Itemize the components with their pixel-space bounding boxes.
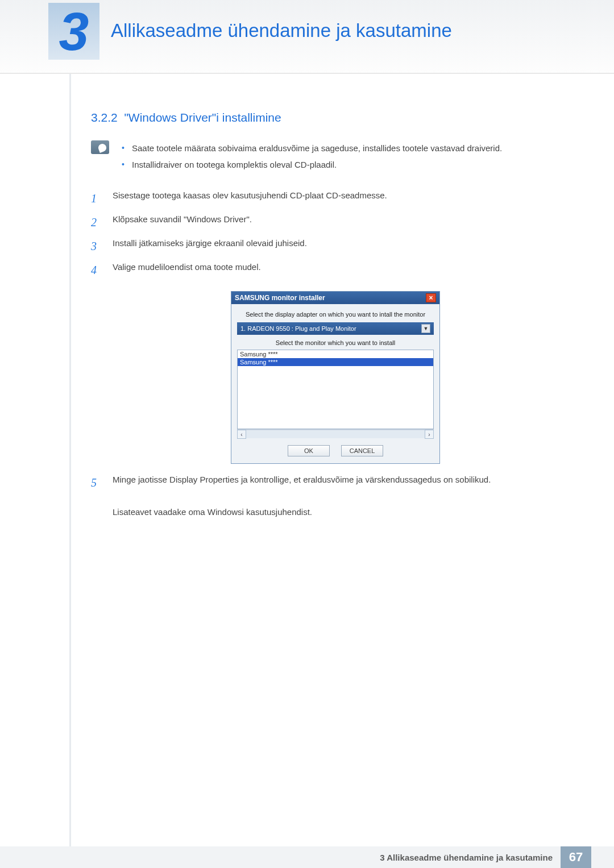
chevron-down-icon[interactable]: ▼ bbox=[421, 324, 430, 333]
step-number: 1 bbox=[91, 188, 102, 209]
step-number: 3 bbox=[91, 235, 102, 257]
step-text: Valige mudeliloendist oma toote mudel. bbox=[113, 259, 580, 281]
step-number: 5 bbox=[91, 472, 102, 521]
chapter-badge: 3 bbox=[48, 3, 99, 60]
adapter-label: Select the display adapter on which you … bbox=[237, 309, 434, 322]
note-bullets: Saate tootele määrata sobivaima eraldusv… bbox=[119, 140, 502, 173]
list-item-selected[interactable]: Samsung **** bbox=[238, 358, 433, 366]
step-text: Minge jaotisse Display Properties ja kon… bbox=[113, 472, 580, 521]
step-text: Sisestage tootega kaasas olev kasutusjuh… bbox=[113, 188, 580, 209]
section-title: "Windows Driver"i installimine bbox=[124, 111, 281, 124]
step-5-line-b: Lisateavet vaadake oma Windowsi kasutusj… bbox=[113, 507, 312, 517]
step-5: 5 Minge jaotisse Display Properties ja k… bbox=[91, 472, 580, 521]
page-footer: 3 Allikaseadme ühendamine ja kasutamine … bbox=[0, 846, 614, 868]
step-2: 2 Klõpsake suvandil "Windows Driver". bbox=[91, 211, 580, 233]
step-4: 4 Valige mudeliloendist oma toote mudel. bbox=[91, 259, 580, 281]
note-item: Saate tootele määrata sobivaima eraldusv… bbox=[119, 140, 502, 157]
note-block: Saate tootele määrata sobivaima eraldusv… bbox=[91, 140, 580, 173]
page-content: 3.2.2 "Windows Driver"i installimine Saa… bbox=[91, 111, 580, 523]
step-1: 1 Sisestage tootega kaasas olev kasutusj… bbox=[91, 188, 580, 209]
adapter-dropdown[interactable]: 1. RADEON 9550 : Plug and Play Monitor ▼ bbox=[237, 322, 434, 335]
footer-chapter-label: 3 Allikaseadme ühendamine ja kasutamine bbox=[372, 846, 561, 868]
section-number: 3.2.2 bbox=[91, 111, 118, 124]
installer-window: SAMSUNG monitor installer × Select the d… bbox=[231, 291, 440, 464]
step-text: Klõpsake suvandil "Windows Driver". bbox=[113, 211, 580, 233]
horizontal-scrollbar[interactable]: ‹ › bbox=[237, 429, 434, 438]
cancel-button[interactable]: CANCEL bbox=[341, 445, 383, 456]
step-list: 1 Sisestage tootega kaasas olev kasutusj… bbox=[91, 188, 580, 281]
page-header: 3 Allikaseadme ühendamine ja kasutamine bbox=[0, 0, 614, 74]
scroll-left-icon[interactable]: ‹ bbox=[237, 430, 246, 439]
monitor-label: Select the monitor which you want to ins… bbox=[237, 338, 434, 350]
scroll-right-icon[interactable]: › bbox=[425, 430, 434, 439]
installer-body: Select the display adapter on which you … bbox=[231, 304, 439, 463]
installer-title-text: SAMSUNG monitor installer bbox=[235, 294, 325, 302]
section-heading: 3.2.2 "Windows Driver"i installimine bbox=[91, 111, 580, 124]
installer-buttons: OK CANCEL bbox=[237, 438, 434, 456]
close-icon[interactable]: × bbox=[426, 293, 436, 302]
chapter-title: Allikaseadme ühendamine ja kasutamine bbox=[111, 20, 452, 41]
vertical-margin-stripe bbox=[69, 74, 71, 846]
note-icon bbox=[91, 140, 109, 154]
step-5-line-a: Minge jaotisse Display Properties ja kon… bbox=[113, 475, 491, 484]
step-list-cont: 5 Minge jaotisse Display Properties ja k… bbox=[91, 472, 580, 521]
step-text: Installi jätkamiseks järgige ekraanil ol… bbox=[113, 235, 580, 257]
step-3: 3 Installi jätkamiseks järgige ekraanil … bbox=[91, 235, 580, 257]
installer-titlebar: SAMSUNG monitor installer × bbox=[231, 292, 439, 304]
ok-button[interactable]: OK bbox=[288, 445, 330, 456]
adapter-value: 1. RADEON 9550 : Plug and Play Monitor bbox=[240, 325, 356, 332]
installer-screenshot: SAMSUNG monitor installer × Select the d… bbox=[91, 291, 580, 464]
note-item: Installidraiver on tootega komplektis ol… bbox=[119, 157, 502, 173]
page-number: 67 bbox=[561, 846, 591, 868]
step-number: 2 bbox=[91, 211, 102, 233]
step-number: 4 bbox=[91, 259, 102, 281]
list-item[interactable]: Samsung **** bbox=[238, 350, 433, 358]
scroll-track[interactable] bbox=[246, 430, 425, 438]
monitor-listbox[interactable]: Samsung **** Samsung **** bbox=[237, 350, 434, 429]
chapter-number: 3 bbox=[59, 5, 89, 59]
